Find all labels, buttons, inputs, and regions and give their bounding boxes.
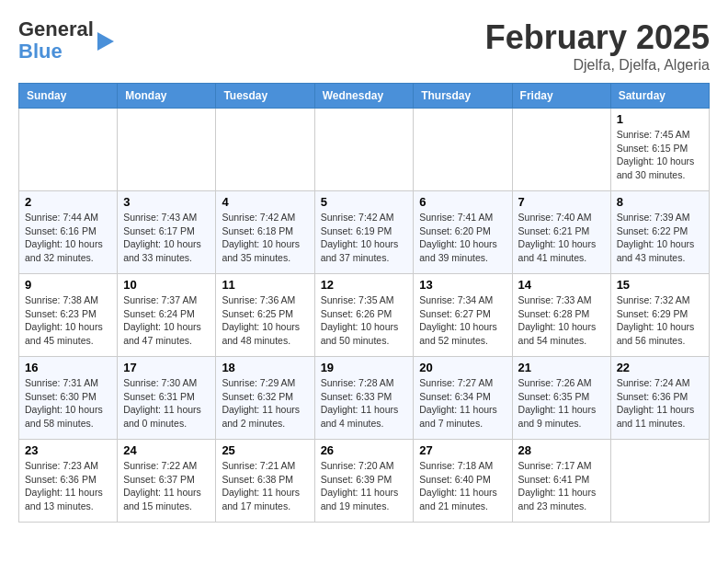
day-info: Sunrise: 7:35 AM Sunset: 6:26 PM Dayligh… [321, 293, 408, 348]
day-number: 14 [518, 278, 605, 292]
day-info: Sunrise: 7:32 AM Sunset: 6:29 PM Dayligh… [617, 293, 703, 348]
day-info: Sunrise: 7:21 AM Sunset: 6:38 PM Dayligh… [222, 459, 308, 513]
page-header: GeneralBlue February 2025 Djelfa, Djelfa… [18, 18, 710, 74]
day-info: Sunrise: 7:28 AM Sunset: 6:33 PM Dayligh… [321, 376, 408, 431]
calendar-cell [19, 109, 118, 191]
day-info: Sunrise: 7:34 AM Sunset: 6:27 PM Dayligh… [419, 293, 506, 348]
calendar-cell: 7Sunrise: 7:40 AM Sunset: 6:21 PM Daylig… [512, 191, 610, 274]
calendar-cell: 15Sunrise: 7:32 AM Sunset: 6:29 PM Dayli… [610, 274, 709, 357]
calendar-cell: 19Sunrise: 7:28 AM Sunset: 6:33 PM Dayli… [314, 357, 414, 440]
calendar-cell: 14Sunrise: 7:33 AM Sunset: 6:28 PM Dayli… [512, 274, 610, 357]
day-number: 4 [222, 195, 308, 209]
calendar-cell [216, 109, 314, 191]
weekday-header: Saturday [610, 84, 709, 109]
weekday-header: Friday [512, 84, 610, 109]
calendar-cell: 23Sunrise: 7:23 AM Sunset: 6:36 PM Dayli… [19, 440, 118, 523]
day-number: 17 [123, 361, 210, 374]
day-number: 9 [25, 278, 111, 292]
day-info: Sunrise: 7:29 AM Sunset: 6:32 PM Dayligh… [222, 376, 308, 431]
logo: GeneralBlue [18, 18, 114, 63]
month-title: February 2025 [485, 18, 710, 57]
calendar-cell: 5Sunrise: 7:42 AM Sunset: 6:19 PM Daylig… [314, 191, 414, 274]
weekday-header: Sunday [19, 84, 118, 109]
day-number: 27 [419, 443, 506, 457]
location-title: Djelfa, Djelfa, Algeria [485, 57, 710, 74]
calendar-cell: 9Sunrise: 7:38 AM Sunset: 6:23 PM Daylig… [19, 274, 118, 357]
logo-text: GeneralBlue [18, 18, 94, 63]
day-number: 10 [123, 278, 210, 292]
day-number: 25 [222, 443, 308, 457]
day-number: 8 [617, 195, 703, 209]
calendar-cell: 21Sunrise: 7:26 AM Sunset: 6:35 PM Dayli… [512, 357, 610, 440]
day-number: 1 [617, 112, 703, 126]
day-info: Sunrise: 7:42 AM Sunset: 6:19 PM Dayligh… [321, 211, 408, 265]
calendar-cell: 6Sunrise: 7:41 AM Sunset: 6:20 PM Daylig… [414, 191, 512, 274]
day-info: Sunrise: 7:39 AM Sunset: 6:22 PM Dayligh… [617, 211, 703, 265]
calendar-cell: 22Sunrise: 7:24 AM Sunset: 6:36 PM Dayli… [610, 357, 709, 440]
day-info: Sunrise: 7:40 AM Sunset: 6:21 PM Dayligh… [518, 211, 605, 265]
day-number: 20 [419, 361, 506, 374]
calendar-cell: 17Sunrise: 7:30 AM Sunset: 6:31 PM Dayli… [118, 357, 216, 440]
day-info: Sunrise: 7:31 AM Sunset: 6:30 PM Dayligh… [25, 376, 111, 431]
day-info: Sunrise: 7:26 AM Sunset: 6:35 PM Dayligh… [518, 376, 605, 431]
day-number: 28 [518, 443, 605, 457]
day-number: 2 [25, 195, 111, 209]
logo-arrow-icon [97, 32, 114, 51]
day-number: 5 [321, 195, 408, 209]
day-number: 23 [25, 443, 111, 457]
calendar-cell [610, 440, 709, 523]
day-info: Sunrise: 7:30 AM Sunset: 6:31 PM Dayligh… [123, 376, 210, 431]
calendar-cell: 3Sunrise: 7:43 AM Sunset: 6:17 PM Daylig… [118, 191, 216, 274]
day-number: 12 [321, 278, 408, 292]
day-number: 13 [419, 278, 506, 292]
calendar-cell: 27Sunrise: 7:18 AM Sunset: 6:40 PM Dayli… [414, 440, 512, 523]
day-number: 6 [419, 195, 506, 209]
day-number: 11 [222, 278, 308, 292]
calendar-cell: 13Sunrise: 7:34 AM Sunset: 6:27 PM Dayli… [414, 274, 512, 357]
calendar-cell: 8Sunrise: 7:39 AM Sunset: 6:22 PM Daylig… [610, 191, 709, 274]
calendar-cell: 1Sunrise: 7:45 AM Sunset: 6:15 PM Daylig… [610, 109, 709, 191]
day-number: 3 [123, 195, 210, 209]
day-info: Sunrise: 7:17 AM Sunset: 6:41 PM Dayligh… [518, 459, 605, 513]
day-info: Sunrise: 7:41 AM Sunset: 6:20 PM Dayligh… [419, 211, 506, 265]
calendar-cell [414, 109, 512, 191]
calendar-cell: 25Sunrise: 7:21 AM Sunset: 6:38 PM Dayli… [216, 440, 314, 523]
day-info: Sunrise: 7:20 AM Sunset: 6:39 PM Dayligh… [321, 459, 408, 513]
day-number: 7 [518, 195, 605, 209]
day-number: 18 [222, 361, 308, 374]
day-number: 15 [617, 278, 703, 292]
calendar-cell: 24Sunrise: 7:22 AM Sunset: 6:37 PM Dayli… [118, 440, 216, 523]
day-info: Sunrise: 7:44 AM Sunset: 6:16 PM Dayligh… [25, 211, 111, 265]
calendar-table: SundayMondayTuesdayWednesdayThursdayFrid… [18, 83, 710, 523]
day-info: Sunrise: 7:36 AM Sunset: 6:25 PM Dayligh… [222, 293, 308, 348]
weekday-header: Wednesday [314, 84, 414, 109]
calendar-cell: 10Sunrise: 7:37 AM Sunset: 6:24 PM Dayli… [118, 274, 216, 357]
weekday-header: Tuesday [216, 84, 314, 109]
calendar-cell: 11Sunrise: 7:36 AM Sunset: 6:25 PM Dayli… [216, 274, 314, 357]
calendar-cell: 26Sunrise: 7:20 AM Sunset: 6:39 PM Dayli… [314, 440, 414, 523]
calendar-cell: 20Sunrise: 7:27 AM Sunset: 6:34 PM Dayli… [414, 357, 512, 440]
calendar-cell: 4Sunrise: 7:42 AM Sunset: 6:18 PM Daylig… [216, 191, 314, 274]
day-number: 19 [321, 361, 408, 374]
calendar-cell: 18Sunrise: 7:29 AM Sunset: 6:32 PM Dayli… [216, 357, 314, 440]
day-info: Sunrise: 7:38 AM Sunset: 6:23 PM Dayligh… [25, 293, 111, 348]
calendar-cell [512, 109, 610, 191]
day-info: Sunrise: 7:18 AM Sunset: 6:40 PM Dayligh… [419, 459, 506, 513]
day-info: Sunrise: 7:23 AM Sunset: 6:36 PM Dayligh… [25, 459, 111, 513]
day-info: Sunrise: 7:33 AM Sunset: 6:28 PM Dayligh… [518, 293, 605, 348]
title-block: February 2025 Djelfa, Djelfa, Algeria [485, 18, 710, 74]
day-number: 21 [518, 361, 605, 374]
day-info: Sunrise: 7:42 AM Sunset: 6:18 PM Dayligh… [222, 211, 308, 265]
day-info: Sunrise: 7:24 AM Sunset: 6:36 PM Dayligh… [617, 376, 703, 431]
day-number: 24 [123, 443, 210, 457]
calendar-cell: 16Sunrise: 7:31 AM Sunset: 6:30 PM Dayli… [19, 357, 118, 440]
calendar-cell: 28Sunrise: 7:17 AM Sunset: 6:41 PM Dayli… [512, 440, 610, 523]
day-info: Sunrise: 7:45 AM Sunset: 6:15 PM Dayligh… [617, 128, 703, 182]
day-number: 16 [25, 361, 111, 374]
weekday-header: Thursday [414, 84, 512, 109]
day-info: Sunrise: 7:27 AM Sunset: 6:34 PM Dayligh… [419, 376, 506, 431]
day-info: Sunrise: 7:37 AM Sunset: 6:24 PM Dayligh… [123, 293, 210, 348]
day-number: 26 [321, 443, 408, 457]
calendar-cell: 2Sunrise: 7:44 AM Sunset: 6:16 PM Daylig… [19, 191, 118, 274]
day-info: Sunrise: 7:43 AM Sunset: 6:17 PM Dayligh… [123, 211, 210, 265]
